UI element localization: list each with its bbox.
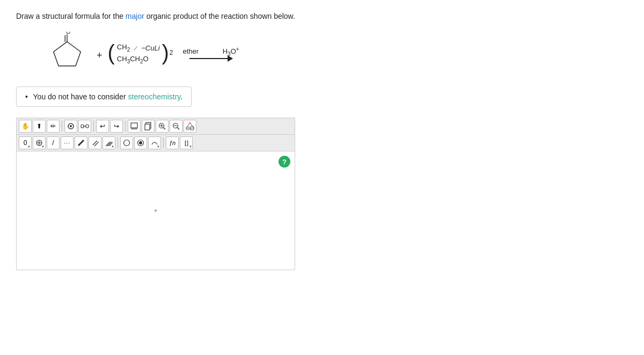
- question-text: Draw a structural formula for the major …: [16, 11, 628, 22]
- triple-bond-tool[interactable]: [103, 136, 115, 149]
- arrow-section: ether H3O+: [183, 46, 239, 59]
- drawing-container: ✋ ⬆ ✏ ↩ ↪: [16, 118, 295, 270]
- ring-tool[interactable]: [64, 120, 77, 133]
- arc-tool[interactable]: [148, 136, 161, 149]
- svg-text:O: O: [66, 32, 70, 35]
- svg-line-18: [178, 128, 180, 130]
- svg-point-5: [70, 125, 72, 127]
- svg-marker-20: [186, 122, 194, 128]
- undo-tool[interactable]: ↩: [96, 120, 109, 133]
- svg-rect-6: [81, 125, 84, 128]
- svg-rect-7: [86, 125, 89, 128]
- double-bond-tool[interactable]: [89, 136, 101, 149]
- canvas-dot: [155, 209, 157, 212]
- svg-point-34: [139, 141, 142, 144]
- redo-tool[interactable]: ↪: [110, 120, 123, 133]
- plus-sign: +: [97, 50, 103, 61]
- svg-rect-12: [145, 124, 150, 130]
- bold-bond-tool[interactable]: [75, 136, 87, 149]
- zoom-out-tool[interactable]: [170, 120, 182, 133]
- bullet: •: [25, 92, 28, 101]
- bond-add-tool[interactable]: [33, 136, 46, 149]
- bracket-tool[interactable]: [ ]: [180, 136, 193, 149]
- color-tool[interactable]: [184, 120, 196, 133]
- solvent-label: ether: [183, 47, 199, 55]
- svg-line-26: [78, 140, 84, 146]
- stereochemistry-text: stereochemistry: [128, 92, 181, 101]
- filled-circle-tool[interactable]: [134, 136, 147, 149]
- atom-0-tool[interactable]: 0: [19, 136, 32, 149]
- note-box: • You do not have to consider stereochem…: [16, 86, 192, 107]
- select-tool[interactable]: ✋: [19, 120, 32, 133]
- circle-tool[interactable]: [120, 136, 133, 149]
- chain-tool[interactable]: [78, 120, 91, 133]
- reagent-group: ( CH2 ⟋ −CuLi CH3CH2O ) 2: [108, 41, 173, 64]
- svg-line-14: [164, 128, 166, 130]
- cyclopentanone-structure: O: [48, 32, 86, 74]
- note-text: You do not have to consider stereochemis…: [33, 92, 183, 101]
- fn-tool[interactable]: ƒn: [166, 136, 179, 149]
- svg-point-32: [124, 140, 130, 146]
- drawing-canvas[interactable]: ?: [17, 151, 295, 270]
- toolbar-row2: 0 / ··· ƒn [ ]: [17, 135, 295, 151]
- zoom-in-tool[interactable]: [156, 120, 169, 133]
- move-tool[interactable]: ⬆: [33, 120, 46, 133]
- reaction-area: O + ( CH2 ⟋ −CuLi CH3CH2O ) 2: [48, 32, 628, 74]
- help-button[interactable]: ?: [279, 156, 290, 168]
- svg-rect-9: [131, 123, 137, 128]
- single-bond-tool[interactable]: /: [47, 136, 60, 149]
- eraser-tool[interactable]: ✏: [47, 120, 60, 133]
- svg-marker-0: [54, 42, 81, 66]
- template-tool[interactable]: [128, 120, 141, 133]
- dotted-bond-tool[interactable]: ···: [61, 136, 74, 149]
- copy-tool[interactable]: [142, 120, 155, 133]
- highlight-word: major: [126, 12, 144, 20]
- subscript-2: 2: [170, 49, 173, 56]
- toolbar-row1: ✋ ⬆ ✏ ↩ ↪: [17, 118, 295, 135]
